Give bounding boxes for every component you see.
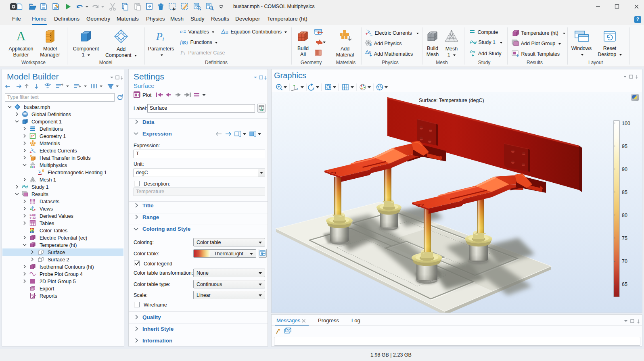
svg-text:Results: Results [31, 192, 48, 197]
svg-text:Mesh 1: Mesh 1 [40, 177, 56, 183]
svg-text:e-12: e-12 [30, 216, 36, 219]
svg-text:Probe Plot Group 4: Probe Plot Group 4 [40, 271, 83, 277]
svg-text:Electric Currents: Electric Currents [40, 148, 77, 154]
svg-text:Materials: Materials [40, 141, 60, 146]
svg-text:Electric Potential (ec): Electric Potential (ec) [40, 235, 87, 241]
svg-text:Tables: Tables [40, 221, 54, 226]
svg-text:100: 100 [622, 121, 630, 126]
svg-text:Definitions: Definitions [40, 126, 63, 132]
svg-text:i: i [184, 52, 185, 55]
svg-text:i: i [162, 35, 164, 43]
svg-text:Temperature (ht): Temperature (ht) [40, 242, 77, 248]
svg-text:u: u [226, 29, 228, 34]
svg-text:Multiphysics: Multiphysics [40, 163, 67, 168]
svg-text:Export: Export [40, 286, 54, 292]
svg-text:Electromagnetic Heating 1: Electromagnetic Heating 1 [48, 170, 107, 175]
svg-text:a: a [180, 29, 183, 34]
svg-text:Component 1: Component 1 [31, 119, 62, 125]
svg-text:80: 80 [622, 213, 627, 218]
svg-text:Views: Views [40, 206, 53, 212]
svg-text:busbar.mph: busbar.mph [24, 104, 50, 110]
svg-text:Reports: Reports [40, 293, 57, 299]
svg-text:Plot: Plot [142, 92, 152, 98]
svg-text:Global Definitions: Global Definitions [31, 112, 71, 117]
svg-text:Geometry 1: Geometry 1 [40, 134, 66, 139]
svg-text:Derived Values: Derived Values [40, 213, 73, 219]
svg-text:2D Plot Group 5: 2D Plot Group 5 [40, 279, 76, 284]
svg-text:Isothermal Contours (ht): Isothermal Contours (ht) [40, 264, 94, 270]
svg-text:Surface 2: Surface 2 [48, 257, 69, 263]
svg-text:Color Tables: Color Tables [40, 228, 67, 234]
svg-text:Heat Transfer in Solids: Heat Transfer in Solids [40, 155, 90, 161]
svg-text:Surface: Surface [48, 250, 65, 255]
svg-text:P: P [156, 31, 163, 42]
svg-text:Datasets: Datasets [40, 199, 59, 204]
svg-text:P: P [180, 50, 184, 55]
svg-text:A: A [16, 29, 25, 43]
svg-text:70: 70 [622, 259, 627, 264]
svg-text:): ) [186, 40, 188, 45]
svg-text:85: 85 [622, 190, 627, 195]
svg-text:75: 75 [622, 236, 627, 241]
svg-text:90: 90 [622, 167, 627, 172]
svg-text:Study 1: Study 1 [31, 184, 48, 190]
svg-text:65: 65 [622, 282, 627, 287]
svg-text:95: 95 [622, 144, 627, 149]
